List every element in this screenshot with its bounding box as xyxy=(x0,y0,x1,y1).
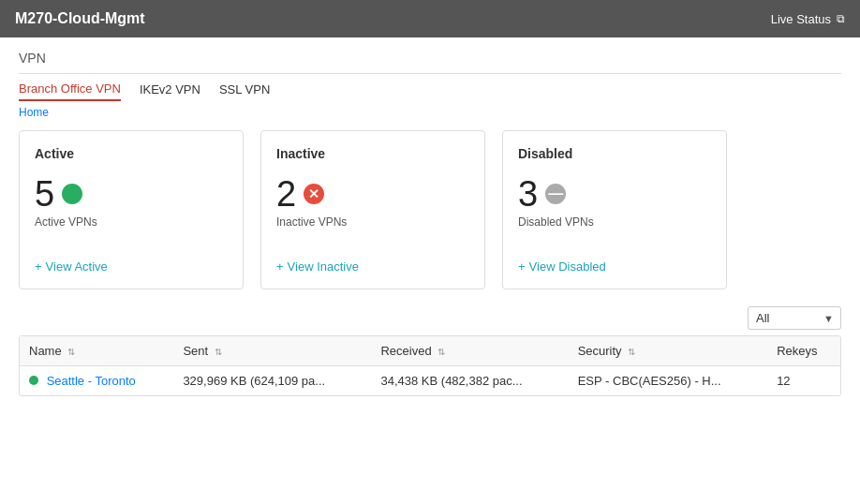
active-count-row: 5 xyxy=(35,176,228,212)
disabled-count: 3 xyxy=(518,176,538,212)
inactive-count-row: 2 ✕ xyxy=(276,176,469,212)
col-sent[interactable]: Sent ⇅ xyxy=(173,336,371,366)
disabled-status-icon: — xyxy=(545,184,566,204)
inactive-sub-label: Inactive VPNs xyxy=(276,215,469,229)
disabled-sub-label: Disabled VPNs xyxy=(518,215,711,229)
disabled-card-title: Disabled xyxy=(518,146,711,161)
breadcrumb: Home xyxy=(19,105,841,119)
row-status-dot xyxy=(29,376,38,385)
table-row: Seattle - Toronto 329,969 KB (624,109 pa… xyxy=(20,366,840,396)
breadcrumb-home-link[interactable]: Home xyxy=(19,106,49,119)
plus-icon-active: + xyxy=(35,259,42,274)
row-name-link[interactable]: Seattle - Toronto xyxy=(47,374,136,388)
disabled-vpn-card: Disabled 3 — Disabled VPNs + View Disabl… xyxy=(502,130,727,289)
view-active-link[interactable]: + View Active xyxy=(35,259,228,274)
sort-icon-sent: ⇅ xyxy=(215,347,222,357)
sort-icon-security: ⇅ xyxy=(628,347,635,357)
col-rekeys: Rekeys xyxy=(767,336,840,366)
active-vpn-card: Active 5 Active VPNs + View Active xyxy=(19,130,244,289)
sort-icon-name: ⇅ xyxy=(67,347,75,357)
sort-icon-received: ⇅ xyxy=(437,347,445,357)
status-cards: Active 5 Active VPNs + View Active Inact… xyxy=(19,130,841,289)
plus-icon-disabled: + xyxy=(518,259,526,274)
disabled-count-row: 3 — xyxy=(518,176,711,212)
active-sub-label: Active VPNs xyxy=(35,215,228,229)
inactive-vpn-card: Inactive 2 ✕ Inactive VPNs + View Inacti… xyxy=(260,130,485,289)
app-title: M270-Cloud-Mgmt xyxy=(15,10,145,27)
app-header: M270-Cloud-Mgmt Live Status ⧉ xyxy=(0,0,860,37)
table-controls: All Active Inactive Disabled ▼ xyxy=(19,306,841,330)
main-content: VPN Branch Office VPN IKEv2 VPN SSL VPN … xyxy=(0,37,860,504)
cell-security: ESP - CBC(AES256) - H... xyxy=(569,366,767,396)
live-status-button[interactable]: Live Status ⧉ xyxy=(771,12,845,26)
cell-rekeys: 12 xyxy=(767,366,840,396)
cell-received: 34,438 KB (482,382 pac... xyxy=(371,366,568,396)
col-received[interactable]: Received ⇅ xyxy=(371,336,568,366)
col-name[interactable]: Name ⇅ xyxy=(20,336,173,366)
active-status-icon xyxy=(62,184,82,204)
col-security[interactable]: Security ⇅ xyxy=(569,336,767,366)
table-header-row: Name ⇅ Sent ⇅ Received ⇅ Security ⇅ xyxy=(20,336,840,366)
filter-dropdown[interactable]: All Active Inactive Disabled xyxy=(748,306,841,330)
active-card-title: Active xyxy=(35,146,228,161)
filter-dropdown-wrapper: All Active Inactive Disabled ▼ xyxy=(748,306,841,330)
inactive-status-icon: ✕ xyxy=(304,184,324,204)
tab-ikev2-vpn[interactable]: IKEv2 VPN xyxy=(140,82,200,100)
vpn-table: Name ⇅ Sent ⇅ Received ⇅ Security ⇅ xyxy=(19,335,841,396)
active-count: 5 xyxy=(35,176,54,212)
view-disabled-link[interactable]: + View Disabled xyxy=(518,259,711,274)
tab-ssl-vpn[interactable]: SSL VPN xyxy=(219,82,270,100)
section-label: VPN xyxy=(19,51,841,74)
cell-name: Seattle - Toronto xyxy=(20,366,173,396)
cell-sent: 329,969 KB (624,109 pa... xyxy=(173,366,371,396)
inactive-count: 2 xyxy=(276,176,296,212)
vpn-tabs: Branch Office VPN IKEv2 VPN SSL VPN xyxy=(19,82,841,101)
tab-branch-office-vpn[interactable]: Branch Office VPN xyxy=(19,82,121,101)
inactive-card-title: Inactive xyxy=(276,146,469,161)
view-inactive-link[interactable]: + View Inactive xyxy=(276,259,469,274)
plus-icon-inactive: + xyxy=(276,259,284,274)
live-status-label: Live Status xyxy=(771,12,831,26)
external-link-icon: ⧉ xyxy=(837,12,845,25)
